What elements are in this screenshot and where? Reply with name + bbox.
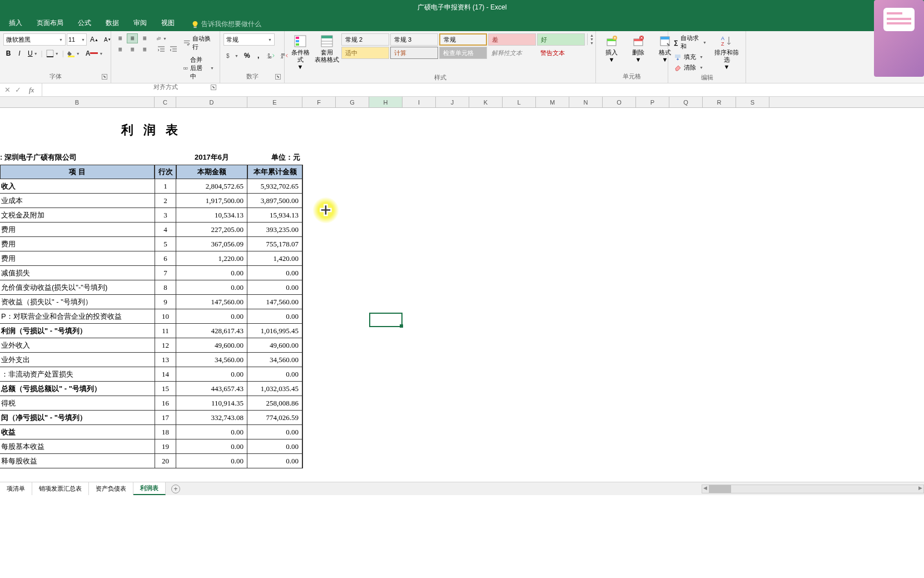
col-header-J[interactable]: J (436, 97, 469, 107)
cell[interactable]: 文税金及附加 (0, 208, 155, 223)
cell[interactable]: 49,600.00 (176, 338, 247, 353)
cell[interactable]: ：非流动资产处置损失 (0, 367, 155, 382)
autosum-button[interactable]: ∑自动求和▼ (672, 33, 709, 51)
sort-filter-button[interactable]: AZ 排序和筛选▼ (711, 33, 742, 72)
cell[interactable]: 业外收入 (0, 338, 155, 353)
cell[interactable]: 332,743.08 (176, 411, 247, 425)
percent-button[interactable]: % (242, 50, 252, 61)
style-neutral[interactable]: 适中 (341, 47, 389, 59)
cell[interactable]: 业成本 (0, 194, 155, 208)
scroll-up-icon[interactable]: ▲ (590, 33, 594, 37)
cell[interactable]: 0.00 (176, 280, 247, 295)
scroll-left-icon[interactable]: ◀ (703, 485, 707, 491)
increase-indent-button[interactable] (168, 45, 179, 55)
col-header-O[interactable]: O (603, 97, 636, 107)
tab-page-layout[interactable]: 页面布局 (30, 15, 70, 31)
cell[interactable]: 每股基本收益 (0, 439, 155, 454)
cell[interactable]: 18 (155, 425, 176, 439)
cell[interactable]: 1,220.00 (176, 251, 247, 266)
cell[interactable]: 34,560.00 (176, 353, 247, 367)
border-button[interactable]: ▼ (44, 48, 61, 59)
cell[interactable]: 收入 (0, 179, 155, 194)
cell[interactable]: 本期金额 (176, 165, 247, 179)
cell[interactable]: 0.00 (247, 266, 302, 280)
style-check[interactable]: 检查单元格 (439, 47, 487, 59)
cell[interactable]: 49,600.00 (247, 338, 302, 353)
cell[interactable]: 0.00 (247, 367, 302, 382)
cell[interactable]: 14 (155, 367, 176, 382)
cell[interactable]: 1,032,035.45 (247, 382, 302, 396)
cell[interactable]: 总额（亏损总额以" - "号填列） (0, 382, 155, 396)
align-middle-button[interactable]: ≡ (127, 33, 138, 43)
italic-button[interactable]: I (14, 48, 24, 59)
cell[interactable]: 20 (155, 454, 176, 468)
cell[interactable]: P：对联营企业和合营企业的投资收益 (0, 309, 155, 324)
cell[interactable]: 10 (155, 309, 176, 324)
cell[interactable]: 258,008.86 (247, 396, 302, 411)
cell[interactable]: 7 (155, 266, 176, 280)
cell[interactable]: 3 (155, 208, 176, 223)
cell[interactable]: 2,804,572.65 (176, 179, 247, 194)
more-styles-icon[interactable]: ▼ (590, 41, 594, 45)
cell[interactable]: 资收益（损失以" - "号填列） (0, 295, 155, 309)
cell[interactable]: 17 (155, 411, 176, 425)
align-bottom-button[interactable]: ≡ (139, 33, 150, 43)
cell[interactable]: 15 (155, 382, 176, 396)
col-header-K[interactable]: K (469, 97, 503, 107)
cell[interactable]: 5 (155, 237, 176, 251)
cell[interactable]: 0.00 (176, 439, 247, 454)
cell[interactable]: 费用 (0, 251, 155, 266)
col-header-Q[interactable]: Q (669, 97, 703, 107)
number-format-combo[interactable]: 常规▼ (223, 33, 275, 46)
fill-button[interactable]: 填充▼ (672, 52, 709, 62)
merge-button[interactable]: a 合并后居中▼ (181, 55, 216, 82)
cell[interactable]: 34,560.00 (247, 353, 302, 367)
cell[interactable]: 147,560.00 (247, 295, 302, 309)
cell[interactable]: 10,534.13 (176, 208, 247, 223)
sheet-tab-3[interactable]: 利润表 (133, 482, 166, 495)
cell[interactable]: 费用 (0, 223, 155, 237)
scroll-down-icon[interactable]: ▼ (590, 37, 594, 41)
style-calculation[interactable]: 计算 (390, 47, 438, 59)
wrap-text-button[interactable]: 自动换行 (181, 33, 216, 52)
cell[interactable]: 9 (155, 295, 176, 309)
new-sheet-button[interactable]: + (166, 485, 186, 493)
cell[interactable]: 110,914.35 (176, 396, 247, 411)
scroll-right-icon[interactable]: ▶ (918, 485, 922, 491)
spreadsheet-grid[interactable]: 0.000.0020释每股收益0.000.0019每股基本收益0.000.001… (0, 108, 924, 482)
cell[interactable]: 本年累计金额 (247, 165, 302, 179)
align-right-button[interactable]: ≡ (139, 45, 150, 55)
cell[interactable]: 3,897,500.00 (247, 194, 302, 208)
cell[interactable]: 774,026.59 (247, 411, 302, 425)
orientation-button[interactable]: ab▼ (156, 33, 167, 43)
cell[interactable]: 2 (155, 194, 176, 208)
tab-data[interactable]: 数据 (99, 15, 126, 31)
style-normal2[interactable]: 常规 2 (341, 33, 389, 46)
cell[interactable]: 15,934.13 (247, 208, 302, 223)
cell[interactable] (302, 165, 303, 468)
cell[interactable]: 443,657.43 (176, 382, 247, 396)
style-explanatory[interactable]: 解释性文本 (488, 47, 536, 59)
sheet-tab-0[interactable]: 项清单 (0, 482, 32, 495)
style-good[interactable]: 好 (537, 33, 585, 46)
tab-formulas[interactable]: 公式 (71, 15, 98, 31)
cell[interactable]: 5,932,702.65 (247, 179, 302, 194)
cell[interactable]: 1,420.00 (247, 251, 302, 266)
cell[interactable]: 428,617.43 (176, 324, 247, 338)
col-header-D[interactable]: D (176, 97, 247, 107)
style-gallery-more[interactable]: ▲ ▼ ▼ (587, 33, 594, 45)
accounting-button[interactable]: $▼ (223, 50, 241, 61)
clear-button[interactable]: 清除▼ (672, 63, 709, 72)
col-header-G[interactable]: G (336, 97, 369, 107)
cell[interactable]: 0.00 (176, 367, 247, 382)
sheet-tab-1[interactable]: 销项发票汇总表 (32, 482, 89, 495)
cell[interactable]: 行次 (155, 165, 176, 179)
cell[interactable]: 227,205.00 (176, 223, 247, 237)
cell[interactable]: 4 (155, 223, 176, 237)
cell[interactable]: 0.00 (176, 309, 247, 324)
fill-color-button[interactable]: ▼ (65, 48, 82, 59)
decrease-indent-button[interactable] (156, 45, 167, 55)
col-header-I[interactable]: I (403, 97, 436, 107)
cell[interactable]: 0.00 (176, 454, 247, 468)
increase-decimal-button[interactable]: .0.00 (265, 50, 277, 61)
